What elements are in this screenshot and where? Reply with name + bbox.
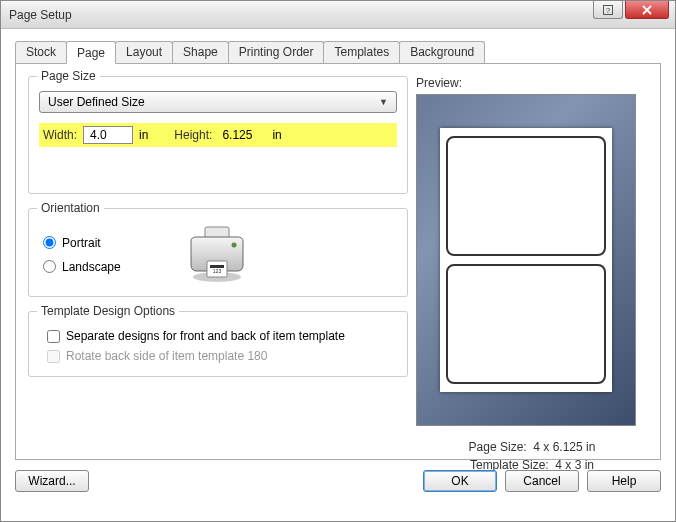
- ok-button[interactable]: OK: [423, 470, 497, 492]
- tab-templates[interactable]: Templates: [323, 41, 400, 63]
- page-size-select[interactable]: User Defined Size ▼: [39, 91, 397, 113]
- dimensions-row: Width: in Height: 6.125 in: [39, 123, 397, 147]
- tab-printing-order[interactable]: Printing Order: [228, 41, 325, 63]
- cancel-button[interactable]: Cancel: [505, 470, 579, 492]
- landscape-radio-row[interactable]: Landscape: [43, 260, 121, 274]
- wizard-button[interactable]: Wizard...: [15, 470, 89, 492]
- preview-page: [440, 128, 612, 392]
- height-unit: in: [272, 128, 281, 142]
- tab-page[interactable]: Page: [66, 41, 116, 64]
- tab-stock[interactable]: Stock: [15, 41, 67, 63]
- rotate-back-checkbox: [47, 350, 60, 363]
- svg-text:?: ?: [606, 6, 611, 15]
- tab-layout[interactable]: Layout: [115, 41, 173, 63]
- preview-label-bottom: [446, 264, 606, 384]
- width-unit: in: [139, 128, 148, 142]
- tab-background[interactable]: Background: [399, 41, 485, 63]
- landscape-label: Landscape: [62, 260, 121, 274]
- bottom-button-bar: Wizard... OK Cancel Help: [1, 470, 675, 504]
- page-size-title: Page Size: [37, 69, 100, 83]
- rotate-back-row: Rotate back side of item template 180: [39, 346, 397, 366]
- page-size-group: Page Size User Defined Size ▼ Width: in …: [28, 76, 408, 194]
- titlebar: Page Setup ?: [1, 1, 675, 29]
- template-options-group: Template Design Options Separate designs…: [28, 311, 408, 377]
- tab-body: Page Size User Defined Size ▼ Width: in …: [15, 64, 661, 460]
- separate-designs-label: Separate designs for front and back of i…: [66, 329, 345, 343]
- preview-info: Page Size: 4 x 6.125 in Template Size: 4…: [416, 440, 648, 472]
- portrait-label: Portrait: [62, 236, 101, 250]
- help-icon: ?: [602, 4, 614, 16]
- separate-designs-row[interactable]: Separate designs for front and back of i…: [39, 326, 397, 346]
- preview-page-size-value: 4 x 6.125 in: [533, 440, 595, 454]
- preview-box: [416, 94, 636, 426]
- tab-shape[interactable]: Shape: [172, 41, 229, 63]
- preview-page-size-label: Page Size:: [469, 440, 527, 454]
- chevron-down-icon: ▼: [379, 97, 388, 107]
- width-label: Width:: [43, 128, 77, 142]
- landscape-radio[interactable]: [43, 260, 56, 273]
- page-size-select-value: User Defined Size: [48, 95, 379, 109]
- template-options-title: Template Design Options: [37, 304, 179, 318]
- width-input[interactable]: [83, 126, 133, 144]
- printer-icon: 123: [181, 223, 253, 286]
- tab-bar: Stock Page Layout Shape Printing Order T…: [15, 41, 661, 64]
- height-value[interactable]: 6.125: [218, 128, 266, 142]
- portrait-radio[interactable]: [43, 236, 56, 249]
- help-button[interactable]: Help: [587, 470, 661, 492]
- portrait-radio-row[interactable]: Portrait: [43, 236, 121, 250]
- separate-designs-checkbox[interactable]: [47, 330, 60, 343]
- height-label: Height:: [174, 128, 212, 142]
- preview-label-top: [446, 136, 606, 256]
- window-title: Page Setup: [9, 8, 593, 22]
- orientation-group: Orientation Portrait Landscape: [28, 208, 408, 297]
- orientation-title: Orientation: [37, 201, 104, 215]
- svg-text:123: 123: [213, 268, 222, 274]
- svg-point-4: [231, 243, 236, 248]
- rotate-back-label: Rotate back side of item template 180: [66, 349, 267, 363]
- close-icon: [642, 5, 652, 15]
- preview-label: Preview:: [416, 76, 648, 90]
- close-button[interactable]: [625, 1, 669, 19]
- titlebar-help-button[interactable]: ?: [593, 1, 623, 19]
